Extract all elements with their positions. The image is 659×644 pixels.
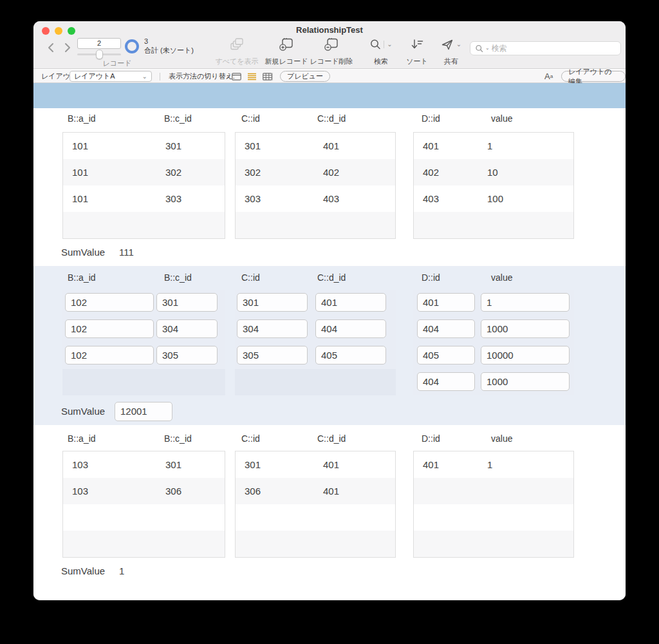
field-d-id[interactable]: 401 <box>414 459 478 470</box>
field-header-b-a-id: B::a_id <box>68 113 96 124</box>
find-button[interactable]: ⌄ 検索 <box>363 37 399 66</box>
portal-row: 101303 <box>63 185 225 212</box>
field-b-c-id[interactable]: 302 <box>156 167 181 178</box>
field-b-c-id[interactable]: 304 <box>156 319 218 338</box>
list-view-icon-selected[interactable] <box>247 73 257 80</box>
record-slider-thumb[interactable] <box>96 50 103 59</box>
field-c-d-id[interactable]: 405 <box>315 346 386 365</box>
field-b-a-id[interactable]: 101 <box>63 140 156 151</box>
field-c-d-id[interactable]: 404 <box>315 319 386 338</box>
field-c-d-id[interactable]: 401 <box>315 293 386 312</box>
search-input[interactable] <box>492 44 616 53</box>
field-d-value[interactable]: 1000 <box>481 372 570 391</box>
sum-value-field[interactable]: 1 <box>119 565 124 576</box>
field-d-value[interactable]: 1 <box>481 293 570 312</box>
share-button[interactable]: ⌄ 共有 <box>432 37 470 66</box>
field-d-id[interactable]: 402 <box>414 167 478 178</box>
field-b-a-id[interactable]: 102 <box>65 319 154 338</box>
field-d-id[interactable]: 404 <box>417 372 475 391</box>
sum-value-field[interactable]: 111 <box>119 247 134 258</box>
field-c-id[interactable]: 302 <box>236 167 314 178</box>
quick-search-field[interactable]: ⌄ <box>470 41 621 55</box>
divider <box>160 73 160 80</box>
field-c-d-id[interactable]: 403 <box>314 193 339 204</box>
field-header-d-id: D::id <box>422 113 440 124</box>
field-header-b-c-id: B::c_id <box>164 272 192 283</box>
field-b-a-id[interactable]: 101 <box>63 167 156 178</box>
portal-row: 103301 <box>63 451 225 478</box>
field-c-d-id[interactable]: 402 <box>314 167 339 178</box>
field-header-c-id: C::id <box>241 113 260 124</box>
field-b-c-id[interactable]: 301 <box>156 459 181 470</box>
field-c-id[interactable]: 301 <box>237 293 308 312</box>
portal-c: 301401 304404 305405 <box>235 290 396 395</box>
preview-button[interactable]: プレビュー <box>280 71 330 82</box>
portal-row: 4011 <box>414 133 573 159</box>
field-b-c-id[interactable]: 301 <box>156 140 181 151</box>
previous-record-button[interactable] <box>44 41 58 55</box>
field-c-id[interactable]: 305 <box>237 346 308 365</box>
portal-row-empty <box>63 531 225 557</box>
portal-row-empty <box>414 478 573 504</box>
field-b-c-id[interactable]: 303 <box>156 193 181 204</box>
field-d-value[interactable]: 1 <box>478 459 492 470</box>
layout-select[interactable]: レイアウトA ⌄ <box>70 71 152 82</box>
field-c-id[interactable]: 301 <box>236 459 314 470</box>
current-record-field[interactable]: 2 <box>77 38 121 49</box>
delete-record-button[interactable]: レコード削除 <box>304 37 359 66</box>
portal-row: 305405 <box>235 343 396 369</box>
field-d-value[interactable]: 10 <box>478 167 498 178</box>
edit-layout-button[interactable]: レイアウトの編集 <box>561 71 626 82</box>
record-row-2-active[interactable]: B::a_id B::c_id C::id C::d_id D::id valu… <box>33 266 626 425</box>
field-c-id[interactable]: 304 <box>237 319 308 338</box>
portal-row: 102305 <box>62 343 225 369</box>
found-set-ring-icon[interactable] <box>125 39 139 53</box>
field-b-c-id[interactable]: 301 <box>156 293 218 312</box>
field-c-id[interactable]: 303 <box>236 193 314 204</box>
new-record-icon <box>279 37 294 52</box>
formatting-bar-toggle[interactable]: Aa <box>544 70 553 83</box>
total-unsorted-label: 合計 (未ソート) <box>144 46 194 55</box>
field-c-d-id[interactable]: 401 <box>314 486 339 497</box>
field-d-id[interactable]: 405 <box>417 346 475 365</box>
table-view-icon[interactable] <box>263 73 272 80</box>
field-b-a-id[interactable]: 102 <box>65 293 154 312</box>
record-row-1[interactable]: B::a_id B::c_id C::id C::d_id D::id valu… <box>33 108 626 266</box>
field-d-id[interactable]: 403 <box>414 193 478 204</box>
sum-value-field[interactable]: 12001 <box>115 402 172 421</box>
sort-button[interactable]: ソート <box>399 37 435 66</box>
next-record-button[interactable] <box>60 41 75 55</box>
field-c-d-id[interactable]: 401 <box>314 459 339 470</box>
field-c-d-id[interactable]: 401 <box>314 140 339 151</box>
field-d-id[interactable]: 404 <box>417 319 475 338</box>
share-label: 共有 <box>444 57 458 66</box>
chevron-down-icon: ⌄ <box>387 41 392 48</box>
field-b-c-id[interactable]: 305 <box>156 346 218 365</box>
portal-row-empty <box>235 369 396 395</box>
record-row-3[interactable]: B::a_id B::c_id C::id C::d_id D::id valu… <box>33 425 626 600</box>
layout-header-band <box>33 83 626 108</box>
divider <box>272 73 273 80</box>
form-view-icon[interactable] <box>232 73 241 80</box>
field-d-value[interactable]: 1 <box>478 140 492 151</box>
field-header-b-c-id: B::c_id <box>164 433 192 444</box>
field-b-c-id[interactable]: 306 <box>156 486 181 497</box>
field-d-value[interactable]: 100 <box>478 193 503 204</box>
portal-row-empty <box>236 531 395 557</box>
field-header-b-a-id: B::a_id <box>68 272 96 283</box>
sort-icon <box>410 39 424 50</box>
portal-row: 102301 <box>62 290 225 316</box>
field-b-a-id[interactable]: 103 <box>63 459 156 470</box>
field-c-id[interactable]: 306 <box>236 486 314 497</box>
divider <box>384 41 384 48</box>
field-b-a-id[interactable]: 103 <box>63 486 156 497</box>
field-d-id[interactable]: 401 <box>414 140 478 151</box>
field-d-value[interactable]: 1000 <box>481 319 570 338</box>
field-d-id[interactable]: 401 <box>417 293 475 312</box>
show-all-button[interactable]: すべてを表示 <box>207 37 266 66</box>
field-c-id[interactable]: 301 <box>236 140 314 151</box>
field-b-a-id[interactable]: 101 <box>63 193 156 204</box>
field-b-a-id[interactable]: 102 <box>65 346 154 365</box>
field-d-value[interactable]: 10000 <box>481 346 570 365</box>
chevron-down-icon: ⌄ <box>142 73 147 80</box>
